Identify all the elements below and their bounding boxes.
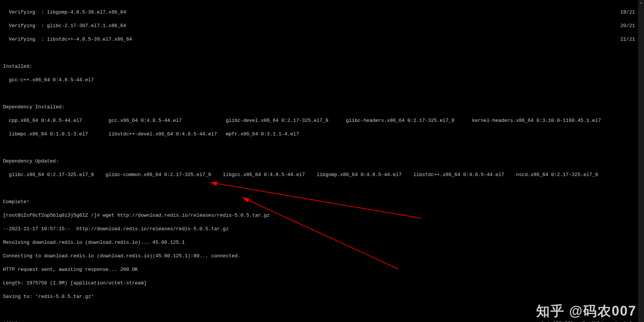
wget-output: --2021-11-17 10:57:15-- http://download.…	[3, 226, 641, 232]
wget-output: Saving to: 'redis-5.0.5.tar.gz'	[3, 293, 641, 300]
verify-line: Verifying : glibc-2.17-307.el7.1.x86_642…	[3, 23, 641, 29]
complete: Complete!	[3, 199, 641, 205]
verify-line: Verifying : libgomp-4.8.5-39.el7.x86_641…	[3, 9, 641, 16]
wget-output: Resolving download.redis.io (download.re…	[3, 239, 641, 246]
wget-output: Connecting to download.redis.io (downloa…	[3, 253, 641, 260]
progress-bar: 100%[===================================…	[3, 320, 641, 322]
wget-output: Length: 1975750 (1.9M) [application/octe…	[3, 280, 641, 287]
dep-installed-pkgs: libmpc.x86_64 0:1.0.1-3.el7 libstdc++-de…	[3, 131, 641, 138]
dep-updated-header: Dependency Updated:	[3, 158, 641, 165]
installed-header: Installed:	[3, 63, 641, 70]
watermark: 知乎 @码农007	[536, 308, 636, 314]
wget-output: HTTP request sent, awaiting response... …	[3, 266, 641, 273]
scrollbar[interactable]: ▴	[638, 0, 644, 322]
zhihu-logo-icon: 知乎	[536, 308, 565, 314]
scroll-up-icon[interactable]: ▴	[638, 0, 644, 6]
watermark-text: @码农007	[569, 308, 636, 314]
dep-updated-pkgs: glibc.x86_64 0:2.17-325.el7_9 glibc-comm…	[3, 172, 641, 178]
dep-installed-header: Dependency Installed:	[3, 104, 641, 111]
wget-command: [root@iZuf6cf2op5blq0i3j5g61Z /]# wget h…	[3, 212, 641, 219]
verify-line: Verifying : libstdc++-4.8.5-39.el7.x86_6…	[3, 36, 641, 43]
installed-pkg: gcc-c++.x86_64 0:4.8.5-44.el7	[3, 77, 641, 84]
dep-installed-pkgs: cpp.x86_64 0:4.8.5-44.el7 gcc.x86_64 0:4…	[3, 117, 641, 124]
terminal-output[interactable]: Verifying : libgomp-4.8.5-39.el7.x86_641…	[0, 0, 644, 322]
